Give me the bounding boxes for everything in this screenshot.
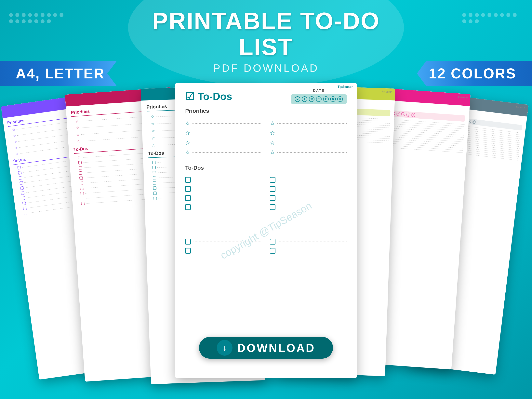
date-area: DATE M T W T F S S xyxy=(291,89,347,104)
right-logo: TipSeason xyxy=(381,90,392,93)
priority-row-2: ☆ ☆ xyxy=(175,130,357,136)
star-icon: ☆ xyxy=(270,149,275,156)
dotted-line xyxy=(278,241,347,242)
day-T2: T xyxy=(316,96,322,102)
todo-row-5 xyxy=(175,239,357,245)
todos-line xyxy=(185,173,347,173)
todo-row-1 xyxy=(175,177,357,183)
day-T: T xyxy=(302,96,307,102)
main-title: PRINTABLE TO-DO LIST xyxy=(128,8,404,60)
dotted-line xyxy=(192,133,262,133)
main-page: TipSeason ☑ To-Dos DATE M T W T F S S xyxy=(175,83,357,378)
star-icon: ☆ xyxy=(270,139,275,146)
priority-item: ☆ xyxy=(270,120,347,127)
todo-item xyxy=(270,248,347,253)
checkbox-icon[interactable] xyxy=(270,186,275,192)
page-title-area: ☑ To-Dos xyxy=(185,90,232,102)
day-S2: S xyxy=(337,96,343,102)
page-logo: TipSeason xyxy=(337,85,354,89)
priority-item: ☆ xyxy=(270,130,347,136)
priorities-label: Priorities xyxy=(175,108,357,114)
checkbox-icon[interactable] xyxy=(185,186,191,192)
banner-left: A4, LETTER xyxy=(0,61,117,86)
star-icon: ☆ xyxy=(185,139,190,146)
download-arrow-icon: ↓ xyxy=(222,343,227,353)
checkbox-icon[interactable] xyxy=(270,177,275,183)
download-label: DOWNLOAD xyxy=(237,341,315,355)
priorities-line xyxy=(185,116,347,116)
todo-item xyxy=(270,195,347,201)
dotted-line xyxy=(193,207,262,207)
sub-title: PDF DOWNLOAD xyxy=(128,62,404,74)
star-icon: ☆ xyxy=(185,130,190,136)
todo-item xyxy=(270,177,347,183)
priority-row-3: ☆ ☆ xyxy=(175,139,357,146)
dotted-line xyxy=(278,207,347,207)
checkbox-icon[interactable] xyxy=(185,195,191,201)
todo-item xyxy=(185,248,262,253)
header-area: PRINTABLE TO-DO LIST PDF DOWNLOAD xyxy=(128,8,404,74)
pages-container: Priorities ☆ ☆ ☆ ☆ ☆ To-Dos Pri xyxy=(20,83,512,390)
day-S: S xyxy=(330,96,336,102)
main-page-header: ☑ To-Dos DATE M T W T F S S xyxy=(175,83,357,108)
banner-right: 12 COLORS xyxy=(417,61,532,86)
todo-row-6 xyxy=(175,248,357,253)
day-M: M xyxy=(295,96,300,102)
dotted-line xyxy=(278,198,347,198)
dotted-line xyxy=(277,133,347,133)
todo-item xyxy=(270,239,347,245)
priority-row-1: ☆ ☆ xyxy=(175,120,357,127)
checkbox-icon[interactable] xyxy=(270,204,275,210)
checkbox-icon[interactable] xyxy=(185,239,191,245)
priority-item: ☆ xyxy=(270,149,347,156)
todo-item xyxy=(270,186,347,192)
todos-label: To-Dos xyxy=(175,165,357,171)
checkbox-icon[interactable] xyxy=(185,204,191,210)
todo-item xyxy=(185,195,262,201)
priority-item: ☆ xyxy=(185,149,262,156)
page-title: To-Dos xyxy=(198,90,232,102)
priority-row-4: ☆ ☆ xyxy=(175,149,357,156)
todo-row-3 xyxy=(175,195,357,201)
dotted-line xyxy=(192,123,262,124)
priority-item: ☆ xyxy=(185,120,262,127)
dotted-line xyxy=(277,123,347,124)
todo-item xyxy=(185,239,262,245)
dotted-line xyxy=(192,152,262,153)
day-F: F xyxy=(323,96,329,102)
dotted-line xyxy=(193,241,262,242)
dotted-line xyxy=(193,198,262,198)
date-box: M T W T F S S xyxy=(291,94,347,104)
dotted-line xyxy=(278,189,347,189)
todo-item xyxy=(185,177,262,183)
dotted-line xyxy=(193,189,262,189)
download-button[interactable]: ↓ DOWNLOAD xyxy=(199,337,333,359)
todo-item xyxy=(185,186,262,192)
priority-item: ☆ xyxy=(185,130,262,136)
dotted-line xyxy=(278,180,347,180)
todo-item xyxy=(270,204,347,210)
todo-item xyxy=(185,204,262,210)
dotted-line xyxy=(192,143,262,143)
day-W: W xyxy=(309,96,315,102)
todo-row-4 xyxy=(175,204,357,210)
priority-item: ☆ xyxy=(185,139,262,146)
star-icon: ☆ xyxy=(185,149,190,156)
dotted-line xyxy=(193,180,262,180)
checkbox-icon[interactable] xyxy=(270,195,275,201)
title-icon: ☑ xyxy=(185,90,195,102)
dotted-line xyxy=(277,143,347,143)
checkbox-icon[interactable] xyxy=(185,248,191,253)
checkbox-icon[interactable] xyxy=(270,248,275,253)
download-icon-circle: ↓ xyxy=(217,340,233,356)
dotted-line xyxy=(278,251,347,251)
todo-row-2 xyxy=(175,186,357,192)
checkbox-icon[interactable] xyxy=(185,177,191,183)
star-icon: ☆ xyxy=(270,120,275,127)
checkbox-icon[interactable] xyxy=(270,239,275,245)
star-icon: ☆ xyxy=(185,120,190,127)
dotted-line xyxy=(193,251,262,251)
star-icon: ☆ xyxy=(270,130,275,136)
dotted-line xyxy=(277,152,347,153)
priority-item: ☆ xyxy=(270,139,347,146)
